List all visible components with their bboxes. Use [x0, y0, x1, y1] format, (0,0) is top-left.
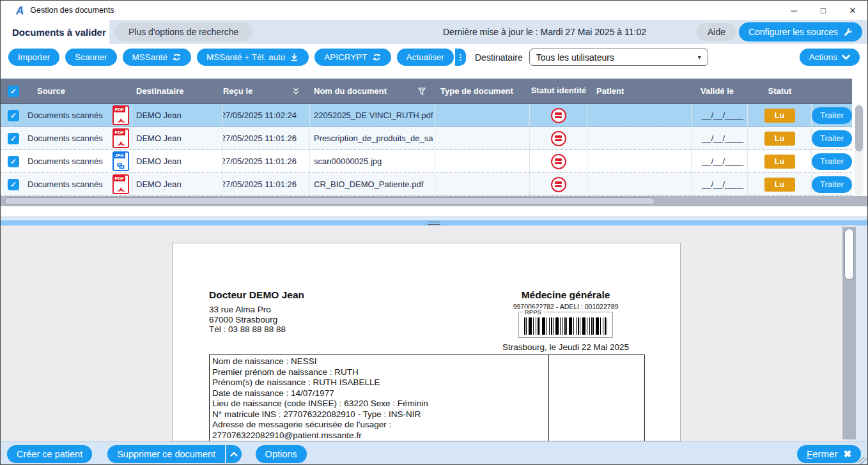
maximize-button[interactable]: □: [809, 1, 838, 20]
close-button[interactable]: ✕: [838, 1, 867, 20]
table-horizontal-scrollbar[interactable]: [1, 196, 867, 206]
chevron-down-icon: [842, 54, 850, 60]
row-recu-le: 27/05/2025 11:01:26: [223, 150, 310, 172]
row-patient: [587, 150, 692, 172]
row-destinataire: DEMO Jean: [132, 127, 223, 149]
scrollbar-thumb[interactable]: [844, 229, 854, 280]
help-button[interactable]: Aide: [697, 23, 736, 41]
rpps-adeli-numbers: 99700622782 - ADELI : 001022789: [473, 303, 658, 310]
column-header-statut[interactable]: Statut: [748, 79, 812, 103]
traiter-button[interactable]: Traiter: [812, 107, 852, 124]
rpps-barcode: [524, 317, 607, 335]
column-header-filetype[interactable]: [109, 79, 132, 103]
table-row[interactable]: ✓ Documents scannés PDF DEMO Jean 27/05/…: [1, 173, 852, 196]
apicrypt-button[interactable]: APICRYPT: [314, 49, 391, 66]
row-source: Documents scannés: [26, 150, 109, 172]
table-vertical-scrollbar[interactable]: [855, 104, 864, 196]
check-icon: ✓: [10, 134, 17, 143]
row-checkbox[interactable]: ✓: [8, 156, 19, 167]
row-patient: [587, 127, 692, 149]
scrollbar-thumb[interactable]: [4, 197, 655, 205]
column-header-valide-le[interactable]: Validé le: [692, 79, 748, 103]
fermer-button[interactable]: Fermer ✖: [797, 445, 861, 463]
identity-status-icon: [551, 154, 566, 169]
spacer: [1, 216, 867, 220]
patient-line: Premier prénom de naissance : RUTH: [212, 367, 644, 378]
status-badge: Lu: [764, 178, 795, 192]
create-patient-button[interactable]: Créer ce patient: [7, 445, 92, 463]
pdf-file-icon: PDF: [112, 105, 129, 125]
row-recu-le: 27/05/2025 11:02:24: [223, 104, 310, 126]
row-nom-document: scan00000025.jpg: [310, 150, 435, 172]
mssante-tel-auto-button[interactable]: MSSanté + Tél. auto: [197, 49, 309, 66]
actions-button[interactable]: Actions: [800, 49, 860, 66]
status-badge: Lu: [764, 132, 795, 146]
patient-line: Prénom(s) de naissance : RUTH ISABELLE: [212, 377, 644, 388]
column-header-source[interactable]: Source: [26, 79, 109, 103]
file-type-label: JPG: [114, 153, 125, 158]
row-nom-document: CR_BIO_DEMO_Patiente.pdf: [310, 173, 435, 195]
refresh-menu-button[interactable]: ⋮: [455, 49, 466, 66]
sort-icon[interactable]: [292, 87, 300, 95]
jpg-file-icon: JPG: [112, 151, 129, 171]
row-type-document: [435, 127, 530, 149]
more-search-options-button[interactable]: Plus d'options de recherche: [114, 22, 252, 42]
document-page: Docteur DEMO Jean 33 rue Alma Pro 67000 …: [172, 243, 681, 441]
row-patient: [587, 104, 692, 126]
recipient-select[interactable]: Tous les utilisateurs ▾: [529, 49, 708, 66]
scrollbar-thumb[interactable]: [855, 105, 863, 151]
row-source: Documents scannés: [26, 104, 109, 126]
delete-document-button[interactable]: Supprimer ce document: [107, 445, 225, 463]
preview-vertical-scrollbar[interactable]: [842, 227, 856, 439]
traiter-button[interactable]: Traiter: [812, 130, 852, 147]
table-row[interactable]: ✓ Documents scannés PDF DEMO Jean 27/05/…: [1, 127, 852, 150]
delete-document-menu-button[interactable]: [226, 445, 242, 463]
options-button[interactable]: Options: [256, 445, 307, 463]
table-row[interactable]: ✓ Documents scannés JPG DEMO Jean 27/05/…: [1, 150, 852, 173]
tab-documents-a-valider[interactable]: Documents à valider: [1, 20, 109, 44]
patient-line: 277076322082910@patient.mssante.fr: [212, 431, 644, 441]
column-header-actions: [812, 79, 852, 103]
traiter-button[interactable]: Traiter: [812, 176, 852, 193]
window-title: Gestion des documents: [30, 6, 114, 15]
splitter-grip-icon: [428, 222, 440, 225]
table-row[interactable]: ✓ Documents scannés PDF DEMO Jean 27/05/…: [1, 104, 852, 127]
doctor-credentials-block: Médecine générale 99700622782 - ADELI : …: [473, 289, 658, 352]
column-header-type-document[interactable]: Type de document: [435, 79, 530, 103]
scan-button[interactable]: Scanner: [65, 49, 116, 66]
column-header-patient[interactable]: Patient: [587, 79, 692, 103]
row-checkbox[interactable]: ✓: [8, 133, 19, 144]
header-expand-chevron-icon[interactable]: ▷: [861, 88, 865, 94]
column-header-nom-document[interactable]: Nom du document: [310, 79, 435, 103]
row-destinataire: DEMO Jean: [132, 104, 223, 126]
row-checkbox[interactable]: ✓: [8, 110, 19, 121]
row-valide-le: __/__/____: [692, 104, 748, 126]
preview-splitter-handle[interactable]: [1, 220, 867, 225]
app-logo-icon: A: [16, 5, 24, 16]
actions-label: Actions: [809, 52, 837, 62]
column-header-statut-identite[interactable]: Statut identité: [530, 79, 587, 103]
filter-icon[interactable]: [417, 87, 426, 96]
row-patient: [587, 173, 692, 195]
specialty: Médecine générale: [473, 289, 658, 301]
pdf-file-icon: PDF: [112, 128, 129, 148]
city-date-line: Strasbourg, le Jeudi 22 Mai 2025: [473, 342, 658, 352]
recu-le-label: Reçu le: [223, 86, 252, 96]
traiter-button[interactable]: Traiter: [812, 153, 852, 170]
row-valide-le: __/__/____: [692, 150, 748, 172]
row-checkbox[interactable]: ✓: [8, 179, 19, 190]
mssante-button[interactable]: MSSanté: [123, 49, 192, 66]
select-all-checkbox[interactable]: ✓: [8, 86, 19, 97]
configure-sources-label: Configurer les sources: [748, 27, 838, 37]
box-divider: [548, 355, 549, 441]
refresh-icon: [372, 52, 382, 62]
import-button[interactable]: Importer: [8, 49, 59, 66]
minimize-button[interactable]: ─: [779, 1, 809, 20]
row-destinataire: DEMO Jean: [132, 150, 223, 172]
column-header-recu-le[interactable]: Reçu le: [223, 79, 310, 103]
app-window: A Gestion des documents ─ □ ✕ Documents …: [0, 0, 868, 465]
configure-sources-button[interactable]: Configurer les sources: [739, 22, 862, 42]
window-resize-grip[interactable]: [858, 457, 867, 465]
column-header-destinataire[interactable]: Destinataire: [132, 79, 223, 103]
refresh-list-button[interactable]: Actualiser: [397, 49, 454, 66]
